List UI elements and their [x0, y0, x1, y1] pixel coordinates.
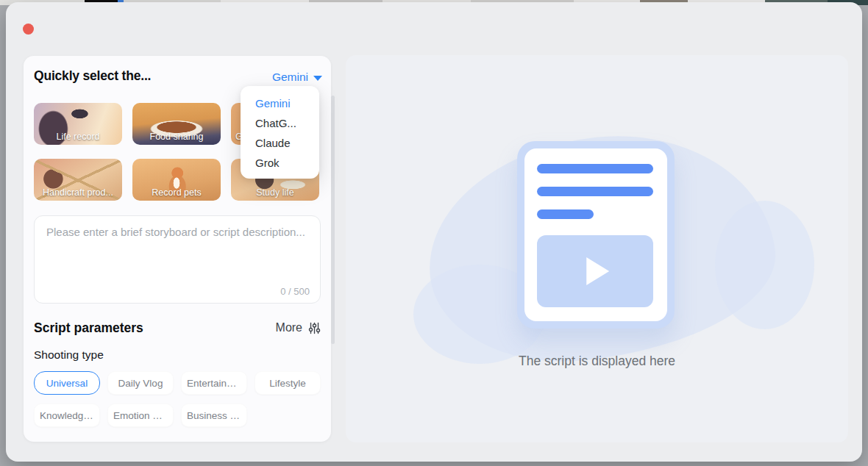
chip-knowledge[interactable]: Knowledge ...: [34, 404, 100, 427]
chip-daily-vlog[interactable]: Daily Vlog: [107, 371, 174, 395]
shooting-type-row-1: Universal Daily Vlog Entertainment Lifes…: [34, 371, 321, 395]
more-parameters-button[interactable]: More: [276, 321, 321, 334]
scene-card-label: Food sharing: [132, 132, 221, 142]
model-selector-value: Gemini: [272, 71, 308, 84]
chevron-down-icon: [313, 76, 322, 81]
background-blob: [715, 201, 814, 329]
shooting-type-row-2: Knowledge ... Emotion Sh... Business Pr.…: [34, 404, 247, 427]
text-line-bar: [537, 209, 594, 219]
text-line-bar: [537, 164, 653, 173]
chip-label: Emotion Sh...: [113, 410, 168, 421]
scene-card-record-pets[interactable]: Record pets: [132, 159, 221, 201]
scene-card-label: Record pets: [132, 187, 221, 198]
character-counter: 0 / 500: [280, 286, 310, 297]
scene-card-life-record[interactable]: Life record: [34, 103, 122, 145]
play-icon: [586, 257, 609, 285]
chip-label: Daily Vlog: [118, 378, 163, 389]
shooting-type-label: Shooting type: [34, 348, 104, 362]
sliders-icon: [308, 322, 321, 334]
left-panel-scrollbar[interactable]: [331, 96, 335, 344]
chip-label: Lifestyle: [269, 378, 306, 389]
app-window: Quickly select the... Gemini Life record…: [6, 2, 862, 462]
chip-label: Business Pr...: [187, 410, 241, 421]
window-close-button[interactable]: [23, 24, 34, 35]
scene-card-label: Study life: [231, 187, 319, 198]
script-document-illustration: [517, 141, 675, 329]
scene-card-food-sharing[interactable]: Food sharing: [132, 103, 221, 145]
chip-business[interactable]: Business Pr...: [181, 404, 247, 427]
chip-lifestyle[interactable]: Lifestyle: [255, 371, 321, 395]
model-option-grok[interactable]: Grok: [241, 153, 319, 173]
scene-card-label: Handicraft prod...: [34, 187, 122, 198]
document-page: [524, 148, 667, 321]
video-thumbnail-placeholder: [537, 235, 653, 307]
model-dropdown-menu: Gemini ChatG... Claude Grok: [241, 86, 319, 179]
description-input[interactable]: [35, 216, 320, 284]
chip-emotion[interactable]: Emotion Sh...: [107, 404, 174, 427]
scene-card-handicraft[interactable]: Handicraft prod...: [34, 159, 122, 201]
chip-label: Universal: [46, 378, 88, 389]
more-label: More: [276, 321, 302, 334]
chip-universal[interactable]: Universal: [34, 371, 100, 395]
panel-title: Quickly select the...: [34, 68, 151, 84]
chip-label: Knowledge ...: [40, 410, 94, 421]
scene-card-label: Life record: [34, 132, 122, 142]
chip-label: Entertainment: [187, 378, 241, 389]
description-input-container: 0 / 500: [34, 215, 321, 304]
script-parameters-heading: Script parameters: [34, 320, 143, 336]
script-preview-panel: The script is displayed here: [346, 55, 848, 442]
model-selector-trigger[interactable]: Gemini: [272, 71, 322, 84]
empty-state-caption: The script is displayed here: [346, 354, 848, 369]
chip-entertainment[interactable]: Entertainment: [181, 371, 247, 395]
model-option-chatgpt[interactable]: ChatG...: [241, 113, 319, 133]
text-line-bar: [537, 187, 653, 196]
model-option-gemini[interactable]: Gemini: [241, 93, 319, 113]
model-option-claude[interactable]: Claude: [241, 133, 319, 153]
